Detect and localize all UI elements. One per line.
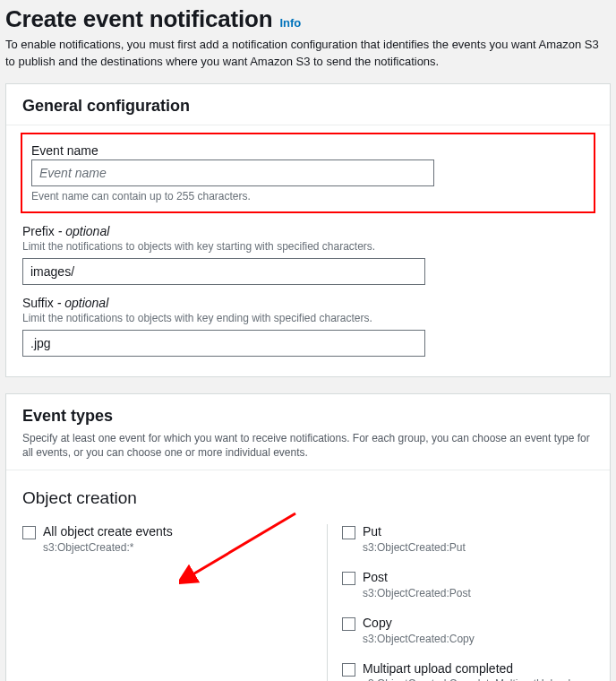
prefix-label: Prefix — [22, 224, 55, 238]
checkbox-copy: Copy s3:ObjectCreated:Copy — [342, 616, 594, 645]
checkbox-label: All object create events — [43, 524, 173, 539]
event-types-desc: Specify at least one event for which you… — [22, 431, 594, 461]
prefix-optional: - optional — [58, 224, 110, 238]
object-creation-grid: All object create events s3:ObjectCreate… — [22, 524, 594, 681]
checkbox-sub: s3:ObjectCreated:Put — [363, 541, 466, 554]
page-title: Create event notification — [5, 5, 272, 33]
checkbox-copy-input[interactable] — [342, 617, 355, 631]
event-types-panel: Event types Specify at least one event f… — [5, 393, 611, 681]
general-configuration-panel: General configuration Event name Event n… — [5, 83, 611, 377]
prefix-input[interactable] — [22, 258, 425, 285]
event-name-hint: Event name can contain up to 255 charact… — [31, 190, 585, 203]
checkbox-multipart: Multipart upload completed s3:ObjectCrea… — [342, 661, 594, 681]
checkbox-label: Multipart upload completed — [363, 661, 570, 677]
checkbox-put: Put s3:ObjectCreated:Put — [342, 524, 594, 554]
checkbox-label: Put — [363, 524, 466, 539]
checkbox-sub: s3:ObjectCreated:Post — [363, 587, 471, 599]
checkbox-sub: s3:ObjectCreated:* — [43, 541, 173, 554]
page-intro: To enable notifications, you must first … — [5, 37, 611, 71]
checkbox-all-object-create: All object create events s3:ObjectCreate… — [22, 524, 309, 554]
checkbox-post: Post s3:ObjectCreated:Post — [342, 570, 594, 599]
checkbox-all-object-create-input[interactable] — [22, 526, 36, 539]
checkbox-label: Copy — [363, 616, 475, 631]
checkbox-put-input[interactable] — [342, 526, 355, 539]
checkbox-multipart-input[interactable] — [342, 663, 355, 677]
info-link[interactable]: Info — [279, 16, 301, 30]
checkbox-label: Post — [363, 570, 471, 585]
event-types-heading: Event types — [22, 407, 594, 426]
checkbox-sub: s3:ObjectCreated:Copy — [363, 633, 475, 645]
event-name-label: Event name — [31, 143, 585, 158]
suffix-input[interactable] — [22, 330, 425, 357]
suffix-label: Suffix — [22, 296, 54, 310]
event-name-field: Event name Event name can contain up to … — [21, 133, 595, 213]
suffix-hint: Limit the notifications to objects with … — [22, 312, 594, 324]
suffix-field: Suffix - optional Limit the notification… — [22, 296, 594, 357]
prefix-field: Prefix - optional Limit the notification… — [22, 224, 594, 285]
suffix-optional: - optional — [57, 296, 109, 310]
general-heading: General configuration — [22, 97, 594, 116]
event-name-input[interactable] — [31, 159, 434, 186]
checkbox-post-input[interactable] — [342, 572, 355, 585]
object-creation-heading: Object creation — [22, 488, 594, 508]
checkbox-sub: s3:ObjectCreated:CompleteMultipartUpload — [363, 677, 570, 681]
prefix-hint: Limit the notifications to objects with … — [22, 240, 594, 253]
